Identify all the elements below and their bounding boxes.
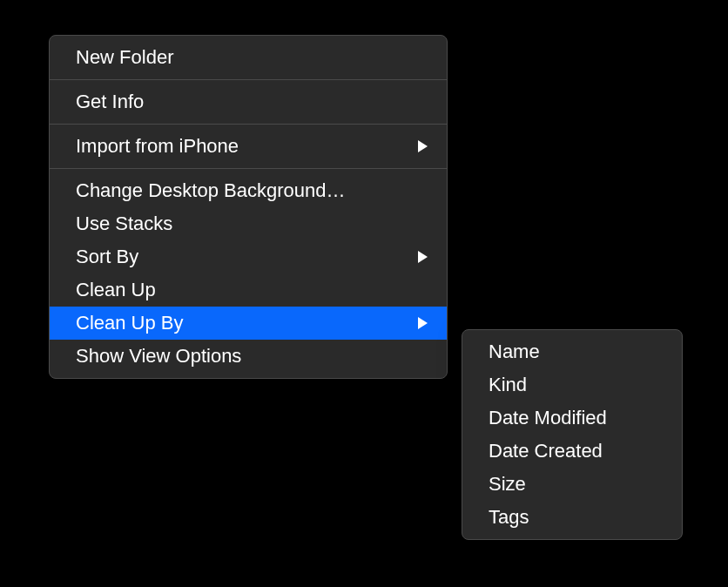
- clean-up-by-submenu: Name Kind Date Modified Date Created Siz…: [462, 329, 683, 540]
- menu-item-label: Show View Options: [76, 343, 428, 369]
- submenu-item-kind[interactable]: Kind: [462, 368, 682, 401]
- menu-item-label: Size: [489, 471, 663, 497]
- menu-item-sort-by[interactable]: Sort By: [50, 240, 447, 273]
- menu-item-clean-up-by[interactable]: Clean Up By: [50, 307, 447, 340]
- submenu-arrow-icon: [418, 317, 428, 329]
- submenu-arrow-icon: [418, 251, 428, 263]
- menu-item-change-desktop-background[interactable]: Change Desktop Background…: [50, 174, 447, 207]
- menu-item-label: New Folder: [76, 44, 428, 71]
- menu-item-new-folder[interactable]: New Folder: [50, 41, 447, 74]
- menu-item-get-info[interactable]: Get Info: [50, 85, 447, 118]
- menu-item-label: Clean Up By: [76, 310, 418, 336]
- submenu-item-date-modified[interactable]: Date Modified: [462, 401, 682, 435]
- menu-item-label: Use Stacks: [76, 211, 428, 237]
- submenu-item-size[interactable]: Size: [462, 468, 682, 501]
- menu-item-import-from-iphone[interactable]: Import from iPhone: [50, 130, 447, 163]
- desktop-context-menu: New Folder Get Info Import from iPhone C…: [49, 35, 448, 379]
- menu-separator: [50, 79, 447, 80]
- menu-item-label: Date Created: [489, 438, 663, 464]
- menu-item-clean-up[interactable]: Clean Up: [50, 273, 447, 307]
- submenu-item-name[interactable]: Name: [462, 335, 682, 368]
- menu-item-label: Get Info: [76, 89, 428, 115]
- menu-item-label: Name: [489, 339, 663, 365]
- menu-item-use-stacks[interactable]: Use Stacks: [50, 207, 447, 240]
- menu-item-label: Import from iPhone: [76, 133, 418, 159]
- menu-item-label: Kind: [489, 372, 663, 398]
- submenu-item-date-created[interactable]: Date Created: [462, 435, 682, 468]
- menu-item-label: Clean Up: [76, 277, 428, 303]
- menu-item-show-view-options[interactable]: Show View Options: [50, 340, 447, 373]
- submenu-arrow-icon: [418, 140, 428, 152]
- menu-item-label: Tags: [489, 504, 663, 530]
- menu-item-label: Date Modified: [489, 405, 663, 431]
- menu-item-label: Change Desktop Background…: [76, 178, 428, 204]
- submenu-item-tags[interactable]: Tags: [462, 501, 682, 534]
- menu-separator: [50, 124, 447, 125]
- menu-separator: [50, 168, 447, 169]
- menu-item-label: Sort By: [76, 244, 418, 270]
